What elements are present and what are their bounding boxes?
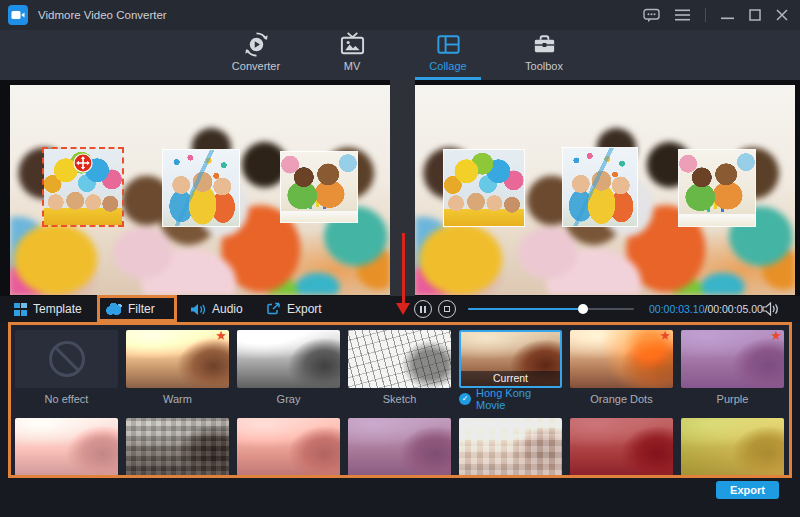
mv-icon xyxy=(339,30,366,59)
main-nav: Converter MV Collage Toolbox xyxy=(0,30,800,80)
output-overlay-candles xyxy=(678,149,756,227)
candles-photo xyxy=(281,152,357,222)
filter-highlight-annotation xyxy=(97,295,177,322)
filter-tile-gray[interactable]: Gray xyxy=(237,330,340,405)
title-bar: Vidmore Video Converter xyxy=(0,0,800,30)
output-overlay-balloons xyxy=(443,149,525,227)
filter-label-no-effect: No effect xyxy=(15,392,118,405)
move-handle-icon[interactable] xyxy=(73,153,93,173)
tab-toolbox[interactable]: Toolbox xyxy=(511,30,577,80)
filter-tile-row2-2[interactable] xyxy=(126,418,229,476)
tab-collage[interactable]: Collage xyxy=(415,30,481,80)
playback-time: 00:00:03.10/00:00:05.00 xyxy=(649,296,763,322)
app-window: Vidmore Video Converter xyxy=(0,0,800,517)
filter-label-gray: Gray xyxy=(237,392,340,405)
overlay-photo-balloons-selected[interactable] xyxy=(42,147,124,227)
current-time: 00:00:03.10 xyxy=(649,303,704,315)
tab-mv-label: MV xyxy=(344,60,361,72)
filter-tile-warm[interactable]: ★ Warm xyxy=(126,330,229,405)
filter-row-2 xyxy=(15,418,789,476)
favorite-star-icon[interactable]: ★ xyxy=(215,330,227,343)
filter-tile-no-effect[interactable]: No effect xyxy=(15,330,118,405)
template-label: Template xyxy=(33,302,82,316)
filter-tile-row2-4[interactable] xyxy=(348,418,451,476)
favorite-star-icon[interactable]: ★ xyxy=(770,330,782,343)
candles-photo-output xyxy=(679,150,755,226)
audio-button[interactable]: Audio xyxy=(190,296,243,322)
close-button[interactable] xyxy=(776,9,788,21)
collage-icon xyxy=(435,30,462,59)
check-icon: ✓ xyxy=(459,393,471,405)
maximize-button[interactable] xyxy=(749,9,761,21)
no-effect-icon xyxy=(49,341,85,377)
filter-tile-purple[interactable]: ★ Purple xyxy=(681,330,784,405)
app-logo-icon xyxy=(8,5,28,25)
collage-editor-preview xyxy=(10,85,390,295)
filter-tile-sketch[interactable]: Sketch xyxy=(348,330,451,405)
current-filter-badge: Current xyxy=(461,371,560,386)
export-tab-button[interactable]: Export xyxy=(266,296,322,322)
total-time: 00:00:05.00 xyxy=(707,303,762,315)
footer-bar: Export xyxy=(0,478,800,517)
volume-icon[interactable] xyxy=(762,302,780,320)
filter-label-sketch: Sketch xyxy=(348,392,451,405)
menu-icon[interactable] xyxy=(675,9,690,21)
export-button[interactable]: Export xyxy=(716,481,779,499)
template-button[interactable]: Template xyxy=(14,296,82,322)
balloons-photo-output xyxy=(444,150,524,226)
tab-converter-label: Converter xyxy=(232,60,280,72)
filter-tile-row2-3[interactable] xyxy=(237,418,340,476)
audio-icon xyxy=(190,303,206,316)
audio-label: Audio xyxy=(212,302,243,316)
filter-label-hong-kong-movie: ✓ Hong Kong Movie xyxy=(459,392,562,405)
filter-label-purple: Purple xyxy=(681,392,784,405)
filter-tile-row2-5[interactable] xyxy=(459,418,562,476)
stop-button[interactable] xyxy=(438,300,456,318)
filter-panel: No effect ★ Warm Gray Sketch Current xyxy=(8,322,792,478)
overlay-photo-candles[interactable] xyxy=(280,151,358,223)
progress-knob[interactable] xyxy=(578,304,588,314)
output-preview xyxy=(415,85,795,295)
filter-tile-orange-dots[interactable]: ★ Orange Dots xyxy=(570,330,673,405)
toolbox-icon xyxy=(531,30,558,59)
jump-photo xyxy=(163,150,239,226)
jump-photo-output xyxy=(563,148,637,226)
window-title: Vidmore Video Converter xyxy=(38,9,167,21)
tab-converter[interactable]: Converter xyxy=(223,30,289,80)
minimize-button[interactable] xyxy=(721,9,734,21)
filter-row-1: No effect ★ Warm Gray Sketch Current xyxy=(15,330,789,405)
filter-tile-row2-1[interactable] xyxy=(15,418,118,476)
export-tab-label: Export xyxy=(287,302,322,316)
favorite-star-icon[interactable]: ★ xyxy=(659,330,671,343)
progress-track[interactable] xyxy=(468,308,634,310)
tutorial-arrow-annotation xyxy=(396,233,410,315)
feedback-icon[interactable] xyxy=(643,8,660,23)
tab-mv[interactable]: MV xyxy=(319,30,385,80)
tab-toolbox-label: Toolbox xyxy=(525,60,563,72)
filter-label-warm: Warm xyxy=(126,392,229,405)
tab-collage-label: Collage xyxy=(429,60,466,72)
progress-fill xyxy=(468,308,583,310)
output-overlay-jump xyxy=(562,147,638,227)
pause-button[interactable] xyxy=(414,300,432,318)
filter-label-orange-dots: Orange Dots xyxy=(570,392,673,405)
filter-tile-row2-6[interactable] xyxy=(570,418,673,476)
titlebar-separator xyxy=(705,8,706,22)
export-icon xyxy=(266,302,281,316)
converter-icon xyxy=(243,30,270,59)
overlay-photo-jump[interactable] xyxy=(162,149,240,227)
filter-tile-hong-kong-movie[interactable]: Current ✓ Hong Kong Movie xyxy=(459,330,562,405)
filter-tile-row2-7[interactable] xyxy=(681,418,784,476)
template-icon xyxy=(14,303,27,316)
